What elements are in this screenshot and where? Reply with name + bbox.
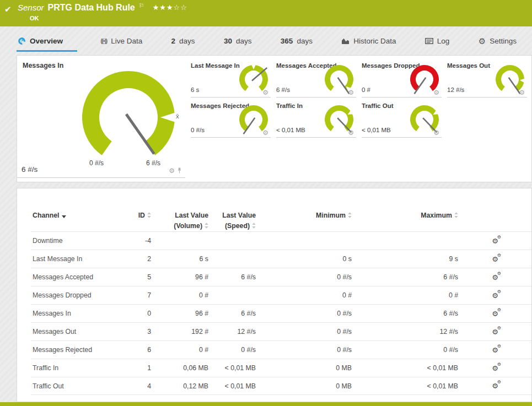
gear-icon[interactable]: ⚙ xyxy=(433,89,439,96)
channels-table-panel: ChannelIDLast Value (Volume)Last Value (… xyxy=(17,188,532,402)
cell-last-value-volume: 0 # xyxy=(151,291,208,299)
cell-last-value-volume: 6 s xyxy=(151,255,208,263)
cell-channel: Messages Accepted xyxy=(33,273,121,281)
gear-icon[interactable]: ⚙ xyxy=(433,129,439,136)
gauge-scale-max-label: 6 #/s xyxy=(136,159,170,167)
tab-365-days[interactable]: 365days xyxy=(280,37,318,52)
cell-maximum: 0 # xyxy=(352,291,458,299)
table-row-messages-rejected[interactable]: Messages Rejected60 #0 #/s0 #/s0 #/s⚙⚙ xyxy=(31,340,531,359)
channel-settings-icon[interactable]: ⚙⚙ xyxy=(458,346,532,354)
tab-number: 30 xyxy=(224,37,232,45)
column-label: Last Value (Speed) xyxy=(222,212,256,230)
sort-icon xyxy=(252,221,256,232)
channel-settings-icon[interactable]: ⚙⚙ xyxy=(458,255,532,263)
small-gauges-grid: Last Message In 6 s ⚙ Messages Accepted … xyxy=(191,60,527,138)
cell-maximum: 6 #/s xyxy=(352,273,458,281)
channel-settings-icon[interactable]: ⚙⚙ xyxy=(458,382,532,390)
cell-last-value-volume: 96 # xyxy=(151,273,208,281)
cell-minimum: 0 #/s xyxy=(256,328,352,335)
sort-icon xyxy=(454,211,458,221)
column-header-last-value-volume[interactable]: Last Value (Volume) xyxy=(151,210,208,231)
prtg-sensor-page: ✔ Sensor PRTG Data Hub Rule ⚐ ★★★☆☆ OK O… xyxy=(0,0,532,402)
cell-id: 0 xyxy=(121,310,151,317)
table-row-last-message-in[interactable]: Last Message In26 s0 s9 s⚙⚙ xyxy=(31,250,531,268)
channel-settings-icon[interactable]: ⚙⚙ xyxy=(458,291,532,300)
tab-historic-data[interactable]: Historic Data xyxy=(340,37,401,52)
status-badge: OK xyxy=(30,15,187,21)
cell-channel: Downtime xyxy=(33,237,121,245)
tab-label: Settings xyxy=(490,37,517,45)
gear-icon[interactable]: ⚙ xyxy=(348,129,354,136)
log-icon xyxy=(425,37,433,45)
gear-icon[interactable]: ⚙ xyxy=(348,89,354,96)
cell-last-value-speed: < 0,01 MB xyxy=(208,364,256,372)
sensor-title-block: Sensor PRTG Data Hub Rule ⚐ ★★★☆☆ OK xyxy=(18,3,187,21)
table-row-messages-out[interactable]: Messages Out3192 #12 #/s0 #/s12 #/s⚙⚙ xyxy=(31,322,531,340)
channel-settings-icon[interactable]: ⚙⚙ xyxy=(458,328,532,336)
gear-icon[interactable]: ⚙ xyxy=(262,129,268,136)
gear-icon[interactable]: ⚙ xyxy=(169,167,175,174)
tab-number: 2 xyxy=(171,37,176,45)
pin-icon[interactable] xyxy=(177,166,182,176)
tab-log[interactable]: Log xyxy=(424,37,455,52)
gauge-current-value: 0 #/s xyxy=(191,127,205,133)
column-header-channel[interactable]: Channel xyxy=(33,210,121,231)
gauge-current-value: < 0,01 MB xyxy=(276,127,305,133)
cell-last-value-speed: 6 #/s xyxy=(208,310,256,317)
cell-id: 7 xyxy=(121,291,151,299)
cell-maximum: < 0,01 MB xyxy=(352,364,458,372)
gauge-tile-messages-dropped: Messages Dropped 0 # ⚙ xyxy=(362,60,442,98)
cell-minimum: 0 # xyxy=(256,291,352,299)
messages-in-gauge xyxy=(78,67,179,168)
tab-settings[interactable]: ⚙Settings xyxy=(477,37,522,52)
tab-overview[interactable]: Overview xyxy=(17,37,77,52)
gauge-title: Traffic Out xyxy=(362,102,394,109)
table-row-traffic-in[interactable]: Traffic In10,06 MB< 0,01 MB0 MB< 0,01 MB… xyxy=(31,359,531,377)
column-header-maximum[interactable]: Maximum xyxy=(352,210,458,231)
priority-stars[interactable]: ★★★☆☆ xyxy=(153,3,187,12)
channel-settings-icon[interactable]: ⚙⚙ xyxy=(458,237,532,245)
tab-label: Live Data xyxy=(111,37,142,45)
tab-label: Overview xyxy=(30,37,63,45)
table-row-traffic-out[interactable]: Traffic Out40,12 MB< 0,01 MB0 MB< 0,01 M… xyxy=(31,377,531,395)
cell-minimum: 0 #/s xyxy=(256,346,352,354)
cell-last-value-speed: < 0,01 MB xyxy=(208,382,256,390)
gauge-current-value: 6 #/s xyxy=(22,165,37,174)
sort-icon xyxy=(147,211,151,221)
table-row-messages-dropped[interactable]: Messages Dropped70 #0 #0 #⚙⚙ xyxy=(31,286,531,304)
table-row-downtime[interactable]: Downtime-4⚙⚙ xyxy=(31,231,531,250)
tab-label: days xyxy=(179,37,195,45)
table-row-messages-in[interactable]: Messages In096 #6 #/s0 #/s6 #/s⚙⚙ xyxy=(31,304,531,322)
gauge-tile-traffic-out: Traffic Out < 0,01 MB ⚙ xyxy=(362,100,442,138)
cell-last-value-volume: 0,12 MB xyxy=(151,382,208,390)
cell-id: 2 xyxy=(121,255,151,263)
tab-label: days xyxy=(297,37,313,45)
cell-minimum: 0 #/s xyxy=(256,310,352,317)
flag-icon[interactable]: ⚐ xyxy=(139,2,144,9)
cell-minimum: 0 s xyxy=(256,255,352,263)
channel-settings-icon[interactable]: ⚙⚙ xyxy=(458,273,532,282)
cell-channel: Messages Rejected xyxy=(33,346,121,354)
cell-minimum: 0 MB xyxy=(256,382,352,390)
column-header-id[interactable]: ID xyxy=(121,210,151,231)
channel-settings-icon[interactable]: ⚙⚙ xyxy=(458,310,532,318)
channels-table-body: Downtime-4⚙⚙Last Message In26 s0 s9 s⚙⚙M… xyxy=(17,231,531,395)
sensor-title: PRTG Data Hub Rule xyxy=(48,3,135,13)
gauge-title: Traffic In xyxy=(276,102,303,109)
table-row-messages-accepted[interactable]: Messages Accepted596 #6 #/s0 #/s6 #/s⚙⚙ xyxy=(31,268,531,286)
column-header-minimum[interactable]: Minimum xyxy=(256,210,352,231)
tab-2-days[interactable]: 2days xyxy=(170,37,201,52)
tab-label: Historic Data xyxy=(353,37,396,45)
status-check-icon: ✔ xyxy=(4,4,12,14)
channel-settings-icon[interactable]: ⚙⚙ xyxy=(458,364,532,372)
main-content: Messages In 0 #/s 6 #/s x̄ 6 #/s ⚙ Last … xyxy=(17,55,532,402)
gear-icon[interactable]: ⚙ xyxy=(262,89,268,96)
tab-label: days xyxy=(236,37,252,45)
tab-30-days[interactable]: 30days xyxy=(223,37,257,52)
tab-live-data[interactable]: ((•))Live Data xyxy=(99,37,148,52)
cell-maximum: < 0,01 MB xyxy=(352,382,458,390)
column-label: Channel xyxy=(33,212,60,219)
gear-icon[interactable]: ⚙ xyxy=(519,89,525,96)
gauge-title: Messages Out xyxy=(447,62,490,69)
column-header-last-value-speed[interactable]: Last Value (Speed) xyxy=(208,210,256,231)
